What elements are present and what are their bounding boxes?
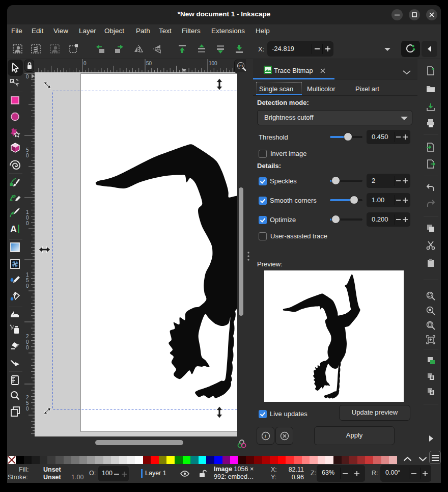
svg-text:0: 0 — [26, 221, 29, 226]
svg-text:50: 50 — [146, 61, 152, 66]
svg-text:5: 5 — [26, 278, 29, 283]
svg-text:1: 1 — [26, 272, 29, 278]
svg-text:1:1: 1:1 — [238, 64, 243, 68]
svg-text:5: 5 — [26, 147, 29, 153]
svg-text:2: 2 — [26, 334, 29, 339]
svg-text:0: 0 — [26, 283, 29, 289]
svg-text:5: 5 — [26, 400, 29, 406]
svg-text:0: 0 — [26, 215, 29, 221]
svg-text:100: 100 — [209, 61, 217, 66]
svg-text:0: 0 — [26, 153, 29, 158]
svg-text:0: 0 — [83, 61, 87, 66]
svg-text:2: 2 — [26, 395, 29, 400]
svg-text:1: 1 — [26, 209, 29, 215]
svg-text:0: 0 — [26, 339, 29, 345]
svg-text:A: A — [10, 224, 17, 234]
svg-text:i: i — [265, 433, 266, 439]
svg-text:0: 0 — [26, 74, 29, 79]
svg-text:0: 0 — [26, 345, 29, 350]
svg-text:0: 0 — [26, 406, 29, 412]
